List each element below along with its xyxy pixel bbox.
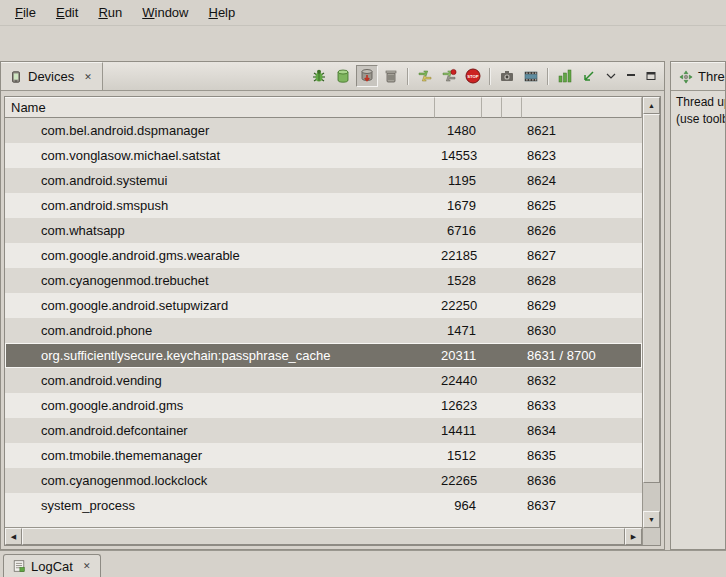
process-pid[interactable]: 14553 xyxy=(435,148,482,163)
vertical-scroll-thumb[interactable] xyxy=(643,114,660,483)
menu-file[interactable]: File xyxy=(5,2,46,23)
table-row[interactable]: com.android.phone14718630 xyxy=(5,318,642,343)
process-pid[interactable]: 22440 xyxy=(435,373,482,388)
column-header-pid[interactable] xyxy=(435,97,482,118)
process-name[interactable]: com.android.phone xyxy=(5,323,435,338)
menu-help[interactable]: Help xyxy=(198,2,245,23)
process-port[interactable]: 8621 xyxy=(522,123,642,138)
process-pid[interactable]: 1471 xyxy=(435,323,482,338)
table-row[interactable]: com.vonglasow.michael.satstat145538623 xyxy=(5,143,642,168)
menu-edit[interactable]: Edit xyxy=(46,2,88,23)
process-name[interactable]: com.cyanogenmod.lockclock xyxy=(5,473,435,488)
scroll-right-button[interactable]: ▶ xyxy=(625,528,642,545)
column-header-spacer2[interactable] xyxy=(502,97,522,118)
process-port[interactable]: 8628 xyxy=(522,273,642,288)
process-pid[interactable]: 20311 xyxy=(435,348,482,363)
table-row[interactable]: com.google.android.setupwizard222508629 xyxy=(5,293,642,318)
scroll-down-button[interactable]: ▼ xyxy=(643,511,660,528)
tab-threads[interactable]: Threads xyxy=(671,62,725,90)
cause-gc-button[interactable] xyxy=(380,65,402,87)
vertical-scroll-track[interactable] xyxy=(643,114,660,511)
stop-process-button[interactable]: STOP xyxy=(462,65,484,87)
update-heap-button[interactable] xyxy=(332,65,354,87)
process-name[interactable]: system_process xyxy=(5,498,435,513)
process-name[interactable]: com.google.android.gms.wearable xyxy=(5,248,435,263)
process-name[interactable]: com.vonglasow.michael.satstat xyxy=(5,148,435,163)
process-name[interactable]: com.android.systemui xyxy=(5,173,435,188)
process-pid[interactable]: 964 xyxy=(435,498,482,513)
column-header-spacer1[interactable] xyxy=(482,97,502,118)
scroll-left-button[interactable]: ◀ xyxy=(5,528,22,545)
process-port[interactable]: 8630 xyxy=(522,323,642,338)
process-pid[interactable]: 12623 xyxy=(435,398,482,413)
process-pid[interactable]: 1480 xyxy=(435,123,482,138)
process-pid[interactable]: 6716 xyxy=(435,223,482,238)
process-pid[interactable]: 14411 xyxy=(435,423,482,438)
horizontal-scroll-thumb[interactable] xyxy=(22,528,625,545)
process-pid[interactable]: 22265 xyxy=(435,473,482,488)
scroll-up-button[interactable]: ▲ xyxy=(643,97,660,114)
column-header-name[interactable]: Name xyxy=(5,97,435,118)
minimize-view-button[interactable] xyxy=(622,67,640,85)
view-menu-button[interactable] xyxy=(602,67,620,85)
process-name[interactable]: com.android.smspush xyxy=(5,198,435,213)
dump-hprof-button[interactable] xyxy=(356,65,378,87)
tab-logcat[interactable]: LogCat ✕ xyxy=(3,554,101,577)
screen-record-button[interactable] xyxy=(520,65,542,87)
process-name[interactable]: com.google.android.gms xyxy=(5,398,435,413)
table-row[interactable]: com.android.defcontainer144118634 xyxy=(5,418,642,443)
table-row[interactable]: com.google.android.gms.wearable221858627 xyxy=(5,243,642,268)
table-row[interactable]: com.cyanogenmod.trebuchet15288628 xyxy=(5,268,642,293)
process-pid[interactable]: 22185 xyxy=(435,248,482,263)
method-profiling-button[interactable] xyxy=(438,65,460,87)
process-pid[interactable]: 1679 xyxy=(435,198,482,213)
sysinfo-button[interactable] xyxy=(554,65,576,87)
process-port[interactable]: 8636 xyxy=(522,473,642,488)
process-port[interactable]: 8623 xyxy=(522,148,642,163)
process-port[interactable]: 8637 xyxy=(522,498,642,513)
process-port[interactable]: 8634 xyxy=(522,423,642,438)
process-name[interactable]: com.tmobile.thememanager xyxy=(5,448,435,463)
table-row[interactable]: org.sufficientlysecure.keychain:passphra… xyxy=(5,343,642,368)
process-port[interactable]: 8633 xyxy=(522,398,642,413)
process-port[interactable]: 8627 xyxy=(522,248,642,263)
menu-run[interactable]: Run xyxy=(88,2,132,23)
process-name[interactable]: org.sufficientlysecure.keychain:passphra… xyxy=(5,348,435,363)
table-row[interactable]: system_process9648637 xyxy=(5,493,642,518)
process-name[interactable]: com.android.vending xyxy=(5,373,435,388)
maximize-view-button[interactable] xyxy=(642,67,660,85)
process-name[interactable]: com.cyanogenmod.trebuchet xyxy=(5,273,435,288)
process-port[interactable]: 8626 xyxy=(522,223,642,238)
process-port[interactable]: 8624 xyxy=(522,173,642,188)
close-icon[interactable]: ✕ xyxy=(82,71,94,83)
vertical-scrollbar[interactable]: ▲ ▼ xyxy=(642,97,660,545)
close-icon[interactable]: ✕ xyxy=(81,560,93,572)
process-port[interactable]: 8631 / 8700 xyxy=(522,348,642,363)
process-pid[interactable]: 22250 xyxy=(435,298,482,313)
process-name[interactable]: com.android.defcontainer xyxy=(5,423,435,438)
update-threads-button[interactable] xyxy=(414,65,436,87)
process-name[interactable]: com.bel.android.dspmanager xyxy=(5,123,435,138)
table-row[interactable]: com.android.systemui11958624 xyxy=(5,168,642,193)
screen-capture-button[interactable] xyxy=(496,65,518,87)
tab-devices[interactable]: Devices ✕ xyxy=(1,62,103,90)
process-name[interactable]: com.whatsapp xyxy=(5,223,435,238)
horizontal-scrollbar[interactable]: ◀ ▶ xyxy=(5,527,642,545)
table-row[interactable]: com.android.smspush16798625 xyxy=(5,193,642,218)
column-header-port[interactable] xyxy=(522,97,642,118)
table-row[interactable]: com.android.vending224408632 xyxy=(5,368,642,393)
process-port[interactable]: 8629 xyxy=(522,298,642,313)
table-row[interactable]: com.cyanogenmod.lockclock222658636 xyxy=(5,468,642,493)
menu-window[interactable]: Window xyxy=(132,2,198,23)
process-name[interactable]: com.google.android.setupwizard xyxy=(5,298,435,313)
opengl-trace-button[interactable] xyxy=(578,65,600,87)
process-pid[interactable]: 1512 xyxy=(435,448,482,463)
process-port[interactable]: 8635 xyxy=(522,448,642,463)
process-pid[interactable]: 1528 xyxy=(435,273,482,288)
debug-process-button[interactable] xyxy=(308,65,330,87)
process-port[interactable]: 8632 xyxy=(522,373,642,388)
process-port[interactable]: 8625 xyxy=(522,198,642,213)
table-row[interactable]: com.google.android.gms126238633 xyxy=(5,393,642,418)
table-row[interactable]: com.whatsapp67168626 xyxy=(5,218,642,243)
table-row[interactable]: com.bel.android.dspmanager14808621 xyxy=(5,118,642,143)
